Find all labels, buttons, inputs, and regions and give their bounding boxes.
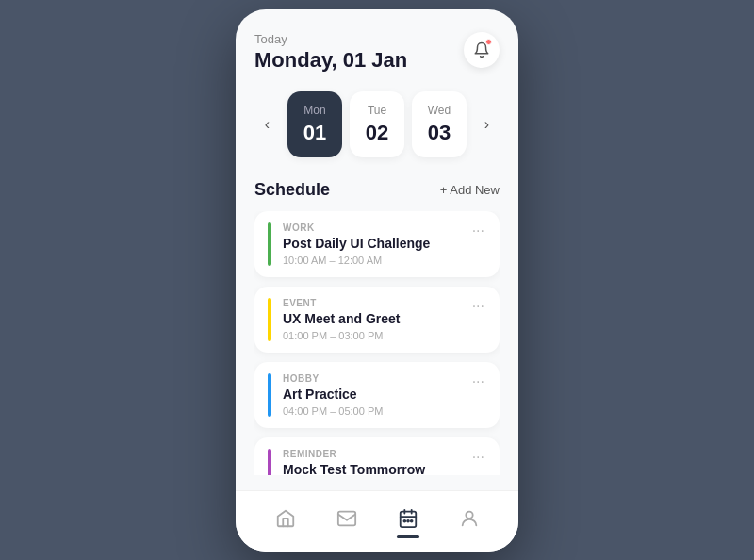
nav-calendar[interactable] — [386, 504, 430, 533]
svg-rect-0 — [337, 511, 354, 525]
event-title: UX Meet and Greet — [283, 311, 468, 326]
work-content: WORK Post Daily UI Challenge 10:00 AM – … — [283, 222, 468, 266]
today-label: Today — [254, 32, 407, 46]
work-time: 10:00 AM – 12:00 AM — [283, 255, 468, 266]
home-icon — [275, 508, 296, 529]
day-num-wed: 03 — [428, 121, 451, 145]
nav-mail[interactable] — [325, 504, 369, 533]
day-name-tue: Tue — [368, 104, 386, 117]
event-time: 01:00 PM – 03:00 PM — [283, 330, 468, 341]
notification-button[interactable] — [464, 32, 500, 68]
event-content: EVENT UX Meet and Greet 01:00 PM – 03:00… — [283, 298, 468, 341]
day-card-wed[interactable]: Wed 03 — [412, 91, 467, 157]
hobby-menu-button[interactable]: ··· — [468, 373, 488, 390]
calendar-icon — [398, 508, 418, 529]
bottom-nav — [236, 490, 518, 552]
svg-point-4 — [410, 519, 412, 521]
hobby-title: Art Practice — [283, 387, 468, 402]
event-category: EVENT — [283, 298, 468, 308]
svg-point-2 — [403, 519, 405, 521]
work-category: WORK — [283, 222, 468, 233]
date-title: Monday, 01 Jan — [254, 48, 407, 73]
hobby-accent — [268, 373, 271, 417]
reminder-category: REMINDER — [283, 449, 468, 459]
notification-dot — [485, 39, 492, 45]
nav-profile[interactable] — [448, 504, 491, 533]
prev-day-button[interactable]: ‹ — [254, 111, 280, 138]
day-card-mon[interactable]: Mon 01 — [287, 91, 342, 157]
reminder-accent — [268, 449, 271, 475]
person-icon — [459, 508, 480, 529]
work-menu-button[interactable]: ··· — [468, 222, 488, 239]
event-menu-button[interactable]: ··· — [468, 298, 488, 315]
reminder-content: REMINDER Mock Test Tommorrow 07:00 PM – … — [283, 449, 468, 475]
schedule-title: Schedule — [254, 180, 330, 200]
nav-home[interactable] — [264, 504, 307, 533]
svg-point-3 — [407, 519, 409, 521]
schedule-item-event: EVENT UX Meet and Greet 01:00 PM – 03:00… — [254, 287, 500, 353]
hobby-category: HOBBY — [283, 373, 468, 384]
day-name-mon: Mon — [303, 104, 325, 117]
schedule-header: Schedule + Add New — [254, 180, 500, 200]
schedule-item-hobby: HOBBY Art Practice 04:00 PM – 05:00 PM ·… — [254, 362, 500, 428]
reminder-menu-button[interactable]: ··· — [468, 449, 488, 466]
svg-point-5 — [466, 511, 472, 518]
reminder-title: Mock Test Tommorrow — [283, 462, 468, 475]
schedule-item-work: WORK Post Daily UI Challenge 10:00 AM – … — [254, 211, 500, 277]
hobby-content: HOBBY Art Practice 04:00 PM – 05:00 PM — [283, 373, 468, 417]
hobby-time: 04:00 PM – 05:00 PM — [283, 405, 468, 417]
mail-icon — [336, 508, 357, 529]
day-num-tue: 02 — [366, 121, 388, 145]
work-accent — [268, 222, 271, 266]
day-name-wed: Wed — [428, 104, 451, 117]
calendar-strip: ‹ Mon 01 Tue 02 Wed 03 › — [254, 91, 500, 157]
day-num-mon: 01 — [303, 121, 326, 145]
header: Today Monday, 01 Jan — [254, 32, 500, 73]
next-day-button[interactable]: › — [474, 111, 500, 138]
phone-container: Today Monday, 01 Jan ‹ Mon 01 Tue 02 Wed… — [236, 9, 518, 552]
schedule-item-reminder: REMINDER Mock Test Tommorrow 07:00 PM – … — [254, 437, 500, 475]
add-new-button[interactable]: + Add New — [440, 183, 500, 197]
event-accent — [268, 298, 271, 341]
schedule-list: WORK Post Daily UI Challenge 10:00 AM – … — [254, 211, 500, 475]
day-card-tue[interactable]: Tue 02 — [350, 91, 404, 157]
work-title: Post Daily UI Challenge — [283, 236, 468, 251]
header-left: Today Monday, 01 Jan — [254, 32, 407, 73]
